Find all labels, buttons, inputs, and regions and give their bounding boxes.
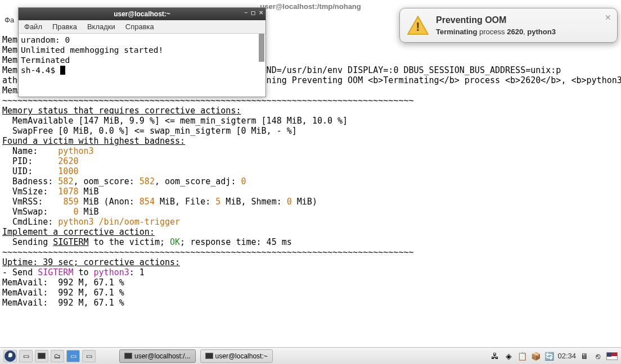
- header-uptime: Uptime: 39 sec; corrective actions:: [2, 257, 180, 267]
- notification-body: Terminating process 2620, python3: [436, 28, 610, 36]
- term-line: Terminated: [21, 56, 70, 65]
- header-victim: Found a victim with highest badness:: [2, 136, 185, 146]
- victim-badness: 582: [58, 176, 73, 186]
- victim-name-label: Name:: [2, 146, 58, 156]
- terminal-icon: [124, 353, 132, 359]
- victim-oomscore: 582: [140, 176, 155, 186]
- workspace-2-button[interactable]: ▭: [82, 350, 96, 362]
- menu-edit[interactable]: Правка: [52, 22, 77, 31]
- header-memstatus: Memory status that requires corrective a…: [2, 106, 241, 116]
- package-tray-icon[interactable]: 📦: [530, 351, 541, 361]
- swapfree-detail: SwapFree [0 MiB, 0.0 %] <= swap_min_sigt…: [2, 126, 297, 136]
- divider-line: ~~~~~~~~~~~~~~~~~~~~~~~~~~~~~~~~~~~~~~~~…: [2, 247, 414, 257]
- taskbar-item-terminal-1[interactable]: user@localhost:/...: [119, 349, 196, 363]
- summary-sigterm: SIGTERM: [38, 267, 73, 277]
- close-button[interactable]: ✕: [259, 10, 263, 16]
- floating-window-menubar: Файл Правка Вкладки Справка: [19, 20, 266, 34]
- victim-shmem: 0: [287, 197, 292, 207]
- floating-terminal-window[interactable]: user@localhost:~ – ◻ ✕ Файл Правка Вклад…: [18, 7, 266, 97]
- keyboard-layout-flag-icon[interactable]: [606, 352, 618, 360]
- mem-line: Mem: [2, 35, 17, 45]
- term-line: urandom: 0: [21, 35, 70, 44]
- notification-title: Preventing OOM: [436, 15, 610, 25]
- victim-oomadj: 0: [241, 176, 246, 186]
- scrollbar[interactable]: [259, 34, 264, 62]
- menu-help[interactable]: Справка: [125, 22, 154, 31]
- show-desktop-button[interactable]: ▭: [19, 350, 33, 362]
- mem-line: Mem: [2, 55, 17, 65]
- victim-cmd-label: CmdLine:: [2, 217, 58, 227]
- mem-line: Mem: [2, 45, 17, 55]
- taskbar-item-terminal-2[interactable]: user@localhost:~: [200, 349, 273, 363]
- victim-vmrss: 859: [63, 197, 78, 207]
- victim-pid-label: PID:: [2, 156, 58, 166]
- victim-pid: 2620: [58, 156, 78, 166]
- victim-vmsize: 1078: [58, 186, 78, 197]
- victim-uid: 1000: [58, 166, 78, 176]
- summary-proc: python3: [94, 267, 129, 277]
- display-tray-icon[interactable]: 🖥: [579, 351, 590, 361]
- floating-window-title: user@localhost:~: [114, 10, 170, 18]
- victim-vmsize-label: VmSize:: [2, 186, 58, 197]
- victim-uid-label: UID:: [2, 166, 58, 176]
- mem-line: Mem: [2, 65, 17, 75]
- warning-icon: !: [407, 14, 429, 37]
- start-menu-button[interactable]: [3, 350, 17, 362]
- term-line: Unlimited memhogging started!: [21, 46, 163, 54]
- clock[interactable]: 02:34: [557, 352, 576, 360]
- victim-vmswap-label: VmSwap:: [2, 207, 73, 217]
- menu-file[interactable]: Файл: [24, 22, 42, 31]
- ok-label: OK: [170, 237, 180, 247]
- file-manager-launcher-icon[interactable]: 🗂: [51, 350, 64, 362]
- cmd-tail: MMAND=/usr/bin/env DISPLAY=:0 DBUS_SESSI…: [251, 65, 561, 75]
- memavail-detail: MemAvailable [147 MiB, 9.9 %] <= mem_min…: [2, 116, 348, 126]
- audio-tray-icon[interactable]: ◈: [503, 351, 514, 361]
- terminal-icon: [205, 353, 213, 359]
- victim-vmrss-label: VmRSS:: [2, 197, 63, 207]
- taskbar-item-label: user@localhost:~: [215, 352, 268, 360]
- memavail-line: MemAvail: 992 M, 67.1 %: [2, 298, 124, 308]
- memavail-line: MemAvail: 992 M, 67.1 %: [2, 288, 124, 298]
- cursor-icon: [60, 66, 65, 75]
- updates-tray-icon[interactable]: 🔄: [544, 351, 554, 361]
- minimize-button[interactable]: –: [244, 10, 248, 16]
- floating-window-titlebar[interactable]: user@localhost:~ – ◻ ✕: [19, 8, 266, 20]
- victim-name: python3: [58, 146, 93, 156]
- maximize-button[interactable]: ◻: [251, 10, 255, 16]
- memavail-line: MemAvail: 992 M, 67.1 %: [2, 277, 124, 288]
- floating-terminal-body[interactable]: urandom: 0 Unlimited memhogging started!…: [19, 34, 266, 97]
- logout-tray-icon[interactable]: ⎋: [593, 351, 603, 361]
- network-tray-icon[interactable]: 🖧: [490, 351, 500, 361]
- notification-close-icon[interactable]: ✕: [605, 13, 611, 22]
- workspace-1-button[interactable]: ▭: [66, 350, 80, 362]
- term-prompt: sh-4.4$: [21, 66, 60, 75]
- background-menu-fragment: Фа: [4, 16, 14, 24]
- sigterm-label: SIGTERM: [53, 237, 88, 247]
- taskbar: ▭ 🗂 ▭ ▭ user@localhost:/... user@localho…: [0, 347, 621, 364]
- victim-file: 5: [215, 197, 220, 207]
- svg-text:!: !: [416, 20, 420, 34]
- header-corrective: Implement a corrective action:: [2, 227, 155, 237]
- victim-cmd: python3 /bin/oom-trigger: [58, 217, 180, 227]
- menu-tabs[interactable]: Вкладки: [87, 22, 115, 31]
- clipboard-tray-icon[interactable]: 📋: [517, 351, 527, 361]
- terminal-launcher-icon[interactable]: [35, 350, 48, 362]
- victim-badness-label: Badness:: [2, 176, 58, 186]
- notification-bubble[interactable]: ! Preventing OOM Terminating process 262…: [399, 8, 618, 43]
- taskbar-item-label: user@localhost:/...: [134, 352, 191, 360]
- victim-anon: 854: [140, 197, 155, 207]
